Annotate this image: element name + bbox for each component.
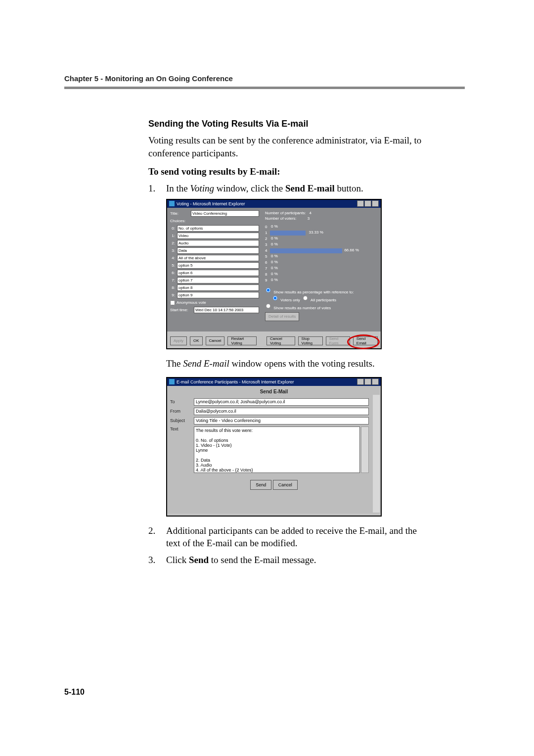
bar-pct-4: 66.66 % bbox=[344, 248, 358, 252]
page-number: 5-110 bbox=[64, 688, 85, 697]
bar-pct-5: 0 % bbox=[271, 254, 278, 258]
bar-n-8: 8 bbox=[265, 272, 270, 277]
voting-title-text: Voting - Microsoft Internet Explorer bbox=[177, 201, 245, 206]
from-label: From bbox=[170, 409, 194, 414]
opt-all-radio[interactable] bbox=[303, 296, 308, 300]
bar-n-9: 9 bbox=[265, 278, 270, 283]
bar-n-0: 0 bbox=[265, 225, 270, 229]
text-scrollbar[interactable] bbox=[361, 426, 369, 473]
opt-number-radio[interactable] bbox=[266, 304, 270, 308]
bar-pct-8: 0 % bbox=[271, 272, 278, 276]
figure-voting-window: Voting - Microsoft Internet Explorer Tit… bbox=[166, 199, 382, 349]
voters-label: Number of voters: bbox=[265, 216, 297, 221]
bar-pct-1: 33.33 % bbox=[309, 230, 323, 235]
choice-num-9: 9: bbox=[170, 293, 175, 297]
cancel-button[interactable]: Cancel bbox=[206, 336, 225, 345]
anonymous-checkbox[interactable] bbox=[170, 300, 175, 305]
voting-titlebar: Voting - Microsoft Internet Explorer bbox=[167, 200, 381, 208]
choice-input-5[interactable] bbox=[177, 262, 259, 269]
opt-voters-label: Voters only bbox=[280, 298, 300, 302]
maximize-icon[interactable] bbox=[364, 200, 371, 207]
send-email-header: Send E-Mail bbox=[167, 386, 381, 397]
title-input[interactable] bbox=[191, 210, 259, 217]
choice-num-5: 5: bbox=[170, 263, 175, 268]
choice-num-2: 2: bbox=[170, 241, 175, 245]
text-label: Text bbox=[170, 426, 194, 431]
choice-num-8: 8: bbox=[170, 285, 175, 290]
anonymous-label: Anonymous vote bbox=[177, 300, 206, 305]
choice-num-4: 4: bbox=[170, 256, 175, 260]
section-title: Sending the Voting Results Via E-mail bbox=[148, 119, 425, 129]
opt-percentage-radio[interactable] bbox=[266, 288, 270, 292]
bar-n-7: 7 bbox=[265, 266, 270, 271]
choice-num-7: 7: bbox=[170, 278, 175, 283]
ie-icon bbox=[169, 379, 175, 384]
choice-input-6[interactable] bbox=[177, 270, 259, 276]
choices-label: Choices: bbox=[170, 219, 191, 223]
participants-value: 4 bbox=[309, 211, 311, 215]
choice-input-0[interactable] bbox=[177, 225, 259, 232]
step-1-number: 1. bbox=[148, 182, 166, 195]
step-2-text: Additional participants can be added to … bbox=[166, 524, 425, 550]
restart-voting-button[interactable]: Restart Voting bbox=[227, 336, 256, 345]
minimize-icon[interactable] bbox=[357, 200, 364, 207]
choice-num-0: 0: bbox=[170, 226, 175, 231]
detail-results-button[interactable]: Detail of results bbox=[265, 312, 299, 321]
text-body[interactable]: The results of this vote were: 0. No. of… bbox=[194, 426, 360, 473]
step-1: 1. In the Voting window, click the Send … bbox=[148, 182, 425, 195]
participants-label: Number of participants: bbox=[265, 211, 306, 215]
header-rule bbox=[64, 87, 465, 89]
step-1-voting: Voting bbox=[190, 183, 215, 193]
choice-num-3: 3: bbox=[170, 248, 175, 253]
bar-n-6: 6 bbox=[265, 260, 270, 265]
figure-email-window: E-mail Conference Participants - Microso… bbox=[166, 377, 382, 517]
step-1-send-email: Send E-mail bbox=[285, 183, 335, 193]
opt-percentage-label: Show results as percentage with referenc… bbox=[273, 290, 354, 294]
scrollbar[interactable] bbox=[373, 395, 380, 513]
step-3-c: to send the E-mail message. bbox=[209, 555, 316, 565]
bar-pct-9: 0 % bbox=[271, 278, 278, 282]
step-3-b: Send bbox=[189, 555, 209, 565]
choice-num-1: 1: bbox=[170, 234, 175, 238]
email-titlebar: E-mail Conference Participants - Microso… bbox=[167, 378, 381, 386]
choice-input-8[interactable] bbox=[177, 284, 259, 291]
subject-input[interactable] bbox=[194, 417, 369, 425]
start-time-input[interactable] bbox=[194, 307, 259, 313]
choice-input-7[interactable] bbox=[177, 277, 259, 284]
minimize-icon[interactable] bbox=[357, 378, 364, 385]
email-cancel-button[interactable]: Cancel bbox=[273, 480, 298, 490]
caption2-a: The bbox=[166, 358, 183, 369]
stop-voting-button[interactable]: Stop Voting bbox=[298, 336, 323, 345]
intro-text: Voting results can be sent by the confer… bbox=[148, 134, 425, 159]
bar-pct-2: 0 % bbox=[271, 236, 278, 240]
choice-input-4[interactable] bbox=[177, 255, 259, 261]
choice-input-1[interactable] bbox=[177, 233, 259, 239]
from-input[interactable] bbox=[194, 408, 369, 415]
bar-n-5: 5 bbox=[265, 254, 270, 259]
step-3-number: 3. bbox=[148, 554, 166, 567]
choice-input-2[interactable] bbox=[177, 240, 259, 246]
step-3: 3. Click Send to send the E-mail message… bbox=[148, 554, 425, 567]
procedure-title: To send voting results by E-mail: bbox=[148, 166, 425, 177]
apply-button[interactable]: Apply bbox=[170, 336, 187, 345]
opt-voters-radio[interactable] bbox=[273, 296, 277, 300]
ok-button[interactable]: OK bbox=[190, 336, 203, 345]
close-icon[interactable] bbox=[372, 200, 379, 207]
step-2: 2. Additional participants can be added … bbox=[148, 524, 425, 550]
bar-pct-6: 0 % bbox=[271, 260, 278, 264]
send-button[interactable]: Send bbox=[250, 480, 271, 490]
start-time-label: Start time: bbox=[170, 308, 194, 312]
bar-pct-0: 0 % bbox=[271, 224, 278, 229]
caption2-c: window opens with the voting results. bbox=[229, 358, 375, 369]
close-icon[interactable] bbox=[372, 378, 379, 385]
choice-input-9[interactable] bbox=[177, 292, 259, 298]
bar-n-3: 3 bbox=[265, 242, 270, 247]
caption-send-email: The Send E-mail window opens with the vo… bbox=[166, 357, 425, 370]
cancel-voting-button[interactable]: Cancel Voting bbox=[267, 336, 295, 345]
choice-input-3[interactable] bbox=[177, 247, 259, 254]
send-form-button[interactable]: Send Form bbox=[326, 336, 350, 345]
maximize-icon[interactable] bbox=[364, 378, 371, 385]
to-input[interactable] bbox=[194, 398, 369, 406]
step-2-number: 2. bbox=[148, 524, 166, 550]
bar-pct-3: 0 % bbox=[271, 242, 278, 246]
